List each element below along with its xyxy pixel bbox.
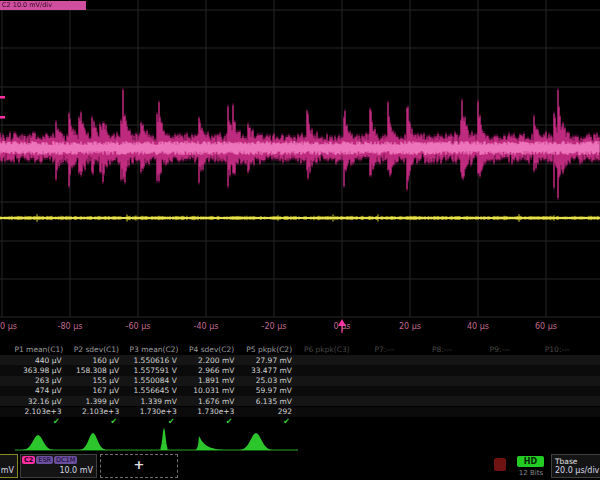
param-value: 59.97 mV — [240, 386, 292, 395]
param-value: 2.200 mV — [183, 356, 235, 365]
trigger-descriptor-edge[interactable] — [494, 458, 506, 471]
param-status-check-icon: ✔ — [183, 417, 233, 426]
param-header[interactable]: P4 sdev(C2) — [183, 345, 241, 354]
param-header[interactable]: P2 sdev(C1) — [68, 345, 126, 354]
channel-descriptor-c1[interactable]: C1DC1M 10.0 mV — [0, 454, 18, 478]
param-value: 2.103e+3 — [68, 407, 120, 416]
param-value: 440 µV — [10, 356, 62, 365]
time-axis-label: -80 µs — [58, 322, 83, 331]
param-value: 1.399 µV — [68, 397, 120, 406]
param-status-check-icon: ✔ — [10, 417, 60, 426]
param-value: 160 µV — [68, 356, 120, 365]
param-value: 1.730e+3 — [125, 407, 177, 416]
measurement-histicon — [161, 428, 168, 450]
add-trace-button[interactable]: + — [100, 454, 178, 478]
c2-vertical-scale: 10.0 mV — [59, 466, 93, 475]
param-value: 27.97 mV — [240, 356, 292, 365]
hd-mode-badge[interactable]: HD — [517, 456, 544, 467]
param-header-unused[interactable]: P10:--- — [528, 345, 586, 354]
c2-offset-marker[interactable] — [0, 96, 5, 99]
param-header[interactable]: P5 pkpk(C2) — [240, 345, 298, 354]
time-axis: -100 µs-80 µs-60 µs-40 µs-20 µs0 µs20 µs… — [0, 318, 600, 335]
time-axis-label: 40 µs — [467, 322, 489, 331]
param-value: 32.16 µV — [10, 397, 62, 406]
timebase-descriptor[interactable]: Tbase 20.0 µs/div — [551, 454, 600, 478]
c1-vertical-scale: 10.0 mV — [0, 466, 14, 475]
param-status-check-icon: ✔ — [125, 417, 175, 426]
table-row: 263 µV155 µV1.550084 V1.891 mV25.03 mV — [0, 376, 600, 386]
param-value: 2.966 mV — [183, 366, 235, 375]
param-value: 1.550616 V — [125, 356, 177, 365]
time-axis-label: -40 µs — [194, 322, 219, 331]
param-value: 167 µV — [68, 386, 120, 395]
c2-coupling-badge: DC1M — [54, 456, 77, 464]
param-value: 158.308 µV — [68, 366, 120, 375]
time-axis-label: -20 µs — [262, 322, 287, 331]
c2-trigger-level-marker[interactable] — [0, 116, 5, 119]
hd-bits-label: 12 Bits — [511, 469, 551, 477]
time-axis-label: 20 µs — [399, 322, 421, 331]
trace-annotation[interactable]: C2 10.0 mV/div — [0, 1, 86, 10]
table-row: 32.16 µV1.399 µV1.339 mV1.676 mV6.135 mV — [0, 396, 600, 406]
param-header-unused[interactable]: P6 pkpk(C3) — [298, 345, 356, 354]
param-value: 292 — [240, 407, 292, 416]
timebase-scale: 20.0 µs/div — [555, 466, 599, 475]
param-header[interactable]: P1 mean(C1) — [10, 345, 68, 354]
measure-table: P1 mean(C1)P2 sdev(C1)P3 mean(C2)P4 sdev… — [0, 344, 600, 430]
table-row: 363.98 µV158.308 µV1.557591 V2.966 mV33.… — [0, 365, 600, 375]
oscilloscope-screen: C2 10.0 mV/div -100 µs-80 µs-60 µs-40 µs… — [0, 0, 600, 480]
measurement-histicon — [23, 435, 53, 450]
timebase-label: Tbase — [555, 457, 577, 466]
param-value: 474 µV — [10, 386, 62, 395]
param-header-unused[interactable]: P9:--- — [471, 345, 529, 354]
param-header-unused[interactable]: P8:--- — [413, 345, 471, 354]
time-axis-label: 0 µs — [334, 322, 351, 331]
param-value: 33.477 mV — [240, 366, 292, 375]
channel-descriptor-c2[interactable]: C2ESRDC1M 10.0 mV — [20, 454, 97, 478]
c2-label: C2 — [22, 456, 35, 464]
param-value: 1.730e+3 — [183, 407, 235, 416]
param-value: 1.339 mV — [125, 397, 177, 406]
measurement-histicon — [80, 433, 106, 450]
param-header-unused[interactable]: P7:--- — [356, 345, 414, 354]
time-axis-label: 60 µs — [535, 322, 557, 331]
param-header[interactable]: P3 mean(C2) — [125, 345, 183, 354]
plus-icon: + — [101, 457, 177, 472]
param-value: 1.556645 V — [125, 386, 177, 395]
measurement-histicon — [186, 436, 225, 450]
param-value: 1.550084 V — [125, 376, 177, 385]
table-row: 440 µV160 µV1.550616 V2.200 mV27.97 mV — [0, 355, 600, 365]
param-value: 363.98 µV — [10, 366, 62, 375]
param-value: 10.031 mV — [183, 386, 235, 395]
param-value: 25.03 mV — [240, 376, 292, 385]
time-axis-label: -60 µs — [126, 322, 151, 331]
table-row: 2.103e+32.103e+31.730e+31.730e+3292 — [0, 407, 600, 417]
param-value: 1.557591 V — [125, 366, 177, 375]
c2-esr-badge: ESR — [36, 456, 53, 464]
param-value: 263 µV — [10, 376, 62, 385]
param-value: 6.135 mV — [240, 397, 292, 406]
param-value: 1.891 mV — [183, 376, 235, 385]
measurement-histicon — [240, 433, 272, 450]
param-value: 155 µV — [68, 376, 120, 385]
param-status-check-icon: ✔ — [240, 417, 290, 426]
param-header-unused[interactable]: P11:--- — [586, 345, 600, 354]
time-axis-label: -100 µs — [0, 322, 17, 331]
param-value: 1.676 mV — [183, 397, 235, 406]
table-row: 474 µV167 µV1.556645 V10.031 mV59.97 mV — [0, 386, 600, 396]
param-value: 2.103e+3 — [10, 407, 62, 416]
param-status-check-icon: ✔ — [68, 417, 118, 426]
